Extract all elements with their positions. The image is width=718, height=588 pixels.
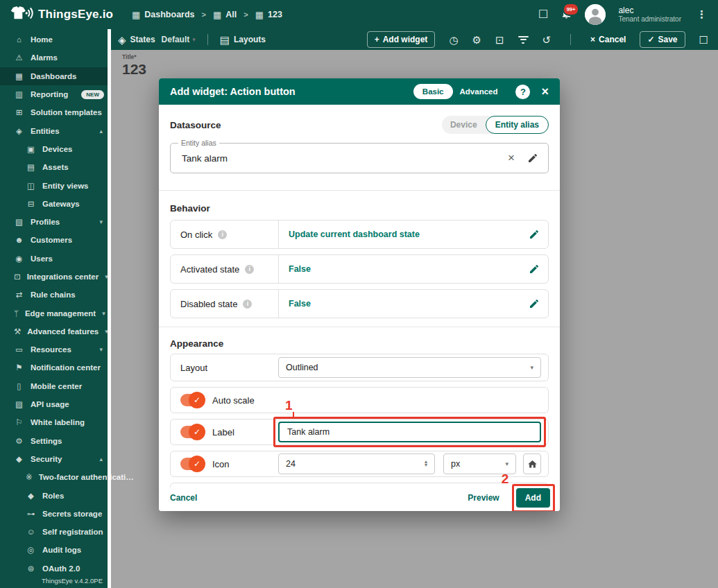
toolbar-divider (570, 34, 571, 45)
number-stepper[interactable]: ▴▾ (425, 460, 427, 467)
datasource-device-option[interactable]: Device (442, 116, 486, 133)
tab-advanced[interactable]: Advanced (453, 84, 505, 99)
breadcrumb-all[interactable]: ▦ All (213, 10, 237, 20)
toolbar-divider (207, 34, 208, 45)
version-history-icon[interactable]: ↺ (542, 35, 552, 45)
sidebar-item-reporting[interactable]: ▥ReportingNEW (0, 85, 111, 103)
sidebar-item-white-labeling[interactable]: ⚐White labeling (0, 413, 111, 431)
add-button[interactable]: Add (516, 488, 550, 508)
label-toggle[interactable]: ✓ (180, 426, 204, 438)
states-value: Default (162, 35, 190, 44)
auto-scale-label-wrap: ✓ Auto scale (180, 394, 278, 406)
sidebar-item-entities[interactable]: ◈Entities▴ (0, 121, 111, 139)
sidebar-item-customers[interactable]: ☻Customers (0, 231, 111, 249)
clear-icon[interactable]: × (508, 151, 515, 165)
toggle-check-icon: ✓ (189, 456, 205, 472)
timewindow-icon[interactable]: ◷ (449, 35, 458, 45)
layout-select[interactable]: Outlined ▾ (278, 357, 541, 378)
add-widget-label: Add widget (383, 35, 428, 44)
edit-pencil-icon[interactable] (529, 229, 540, 240)
sidebar-item-notification-center[interactable]: ⚑Notification center (0, 358, 111, 377)
sidebar-item-rule-chains[interactable]: ⇄Rule chains (0, 286, 111, 304)
layouts-button[interactable]: ▤ Layouts (220, 35, 266, 45)
sidebar-item-resources[interactable]: ▭Resources▾ (0, 340, 111, 358)
auto-scale-toggle[interactable]: ✓ (180, 394, 204, 406)
sidebar-item-label: Home (31, 35, 53, 44)
edit-pencil-icon[interactable] (529, 298, 540, 309)
row-value-area: Update current dashboard state (278, 220, 548, 248)
dashboard-title-field[interactable]: Title* 123 (111, 50, 718, 78)
notifications-button[interactable]: 99+ (561, 8, 572, 22)
sidebar-item-oauth[interactable]: ⊚OAuth 2.0 (0, 560, 111, 578)
stepper-down-icon[interactable]: ▾ (425, 464, 427, 467)
preview-link[interactable]: Preview (468, 493, 499, 503)
manage-layouts-icon[interactable]: ⊡ (495, 35, 504, 45)
dialog-cancel-link[interactable]: Cancel (170, 493, 197, 503)
sidebar-item-settings[interactable]: ⚙Settings (0, 432, 111, 450)
label-input-wrap: Tank alarm 1 (278, 422, 541, 442)
edit-pencil-icon[interactable] (527, 153, 538, 164)
sidebar-item-alarms[interactable]: ⚠Alarms (0, 49, 111, 67)
profiles-icon: ▧ (14, 217, 24, 227)
sidebar-item-users[interactable]: ◉Users (0, 250, 111, 268)
icon-size-input[interactable]: 24 ▴▾ (278, 453, 435, 474)
sidebar-item-profiles[interactable]: ▧Profiles▾ (0, 213, 111, 231)
sidebar-item-roles[interactable]: ◆Roles (0, 486, 111, 504)
sidebar-item-assets[interactable]: ▤Assets (0, 158, 111, 176)
sidebar-item-edge-management[interactable]: ᛘEdge management▾ (0, 304, 111, 322)
sidebar-item-self-registration[interactable]: ☺Self registration (0, 523, 111, 541)
states-label: States (130, 35, 155, 44)
settings-gear-icon[interactable]: ⚙ (472, 35, 481, 45)
save-label: Save (658, 35, 678, 44)
fullscreen-icon[interactable]: ☐ (699, 35, 708, 45)
save-button[interactable]: ✓ Save (640, 31, 685, 48)
shield-icon: ◆ (14, 454, 24, 464)
icon-picker-button[interactable] (523, 453, 541, 474)
states-select[interactable]: Default ▾ (162, 35, 196, 44)
on-click-label: On click (180, 230, 212, 240)
breadcrumb-123[interactable]: ▦ 123 (255, 10, 282, 20)
sidebar-item-mobile-center[interactable]: ▯Mobile center (0, 377, 111, 395)
sidebar-item-secrets-storage[interactable]: ⊶Secrets storage (0, 505, 111, 523)
devices-icon: ▣ (26, 144, 36, 154)
avatar[interactable] (585, 4, 606, 25)
add-widget-button[interactable]: + Add widget (367, 31, 436, 48)
sidebar-item-label: Notification center (31, 363, 101, 372)
entity-alias-field[interactable]: Entity alias Tank alarm × (170, 143, 549, 173)
sidebar-item-label: API usage (31, 400, 69, 408)
cancel-edit-button[interactable]: × Cancel (590, 35, 626, 44)
tab-basic[interactable]: Basic (413, 84, 453, 99)
sidebar-item-api-usage[interactable]: ▨API usage (0, 395, 111, 413)
states-button[interactable]: ◈ States (118, 35, 155, 45)
filter-icon[interactable] (518, 36, 529, 44)
help-icon[interactable]: ? (515, 85, 530, 99)
breadcrumb-dashboards[interactable]: ▦ Dashboards (132, 10, 195, 20)
edit-pencil-icon[interactable] (529, 263, 540, 275)
sidebar-item-security[interactable]: ◆Security▴ (0, 450, 111, 468)
label-row: ✓ Label Tank alarm 1 (170, 419, 549, 445)
label-input[interactable]: Tank alarm (278, 422, 541, 442)
sidebar-scrollbar[interactable] (108, 29, 111, 588)
sidebar-item-home[interactable]: ⌂Home (0, 31, 111, 49)
sidebar-item-advanced-features[interactable]: ⚒Advanced features▾ (0, 322, 111, 340)
datasource-entity-alias-option[interactable]: Entity alias (486, 116, 549, 134)
close-icon[interactable]: × (541, 85, 549, 99)
user-info[interactable]: alec Tenant administrator (618, 6, 681, 24)
icon-toggle[interactable]: ✓ (180, 458, 204, 470)
sidebar-item-dashboards[interactable]: ▦Dashboards (0, 67, 111, 85)
logo[interactable]: ThingsEye.io (0, 6, 117, 24)
sidebar-item-label: Roles (42, 492, 64, 500)
close-icon: × (590, 35, 595, 44)
sidebar-item-audit-logs[interactable]: ◎Audit logs (0, 541, 111, 559)
disabled-state-row: Disabled state False (170, 289, 549, 318)
more-menu-icon[interactable]: ⋮ (694, 8, 710, 21)
sidebar-item-gateways[interactable]: ⊟Gateways (0, 195, 111, 213)
sidebar-item-integrations-center[interactable]: ⊡Integrations center▾ (0, 268, 111, 286)
info-icon (245, 265, 254, 274)
annotation-step-2: 2 (502, 472, 509, 487)
sidebar-item-entity-views[interactable]: ◫Entity views (0, 176, 111, 194)
sidebar-item-two-factor[interactable]: ※Two-factor authenticati… (0, 468, 111, 486)
sidebar-item-devices[interactable]: ▣Devices (0, 140, 111, 158)
fullscreen-icon[interactable]: ☐ (538, 9, 548, 20)
sidebar-item-solution-templates[interactable]: ⊞Solution templates (0, 103, 111, 121)
